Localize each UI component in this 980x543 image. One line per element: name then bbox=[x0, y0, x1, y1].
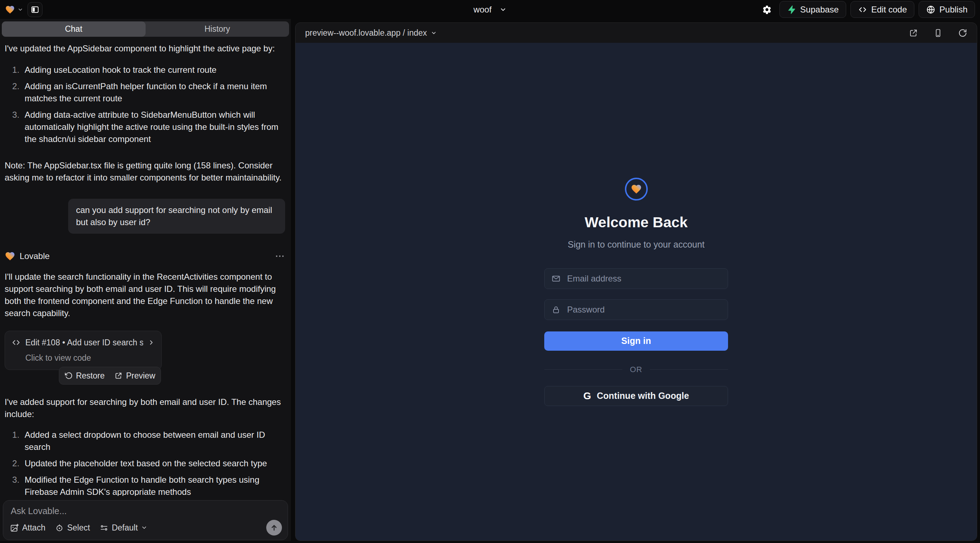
chevron-down-icon bbox=[18, 7, 23, 13]
edit-card-title: Edit #108 • Add user ID search supp... bbox=[25, 337, 143, 349]
login-form: Sign in OR G Continue with Google bbox=[544, 257, 728, 406]
supabase-button[interactable]: Supabase bbox=[780, 1, 846, 18]
email-field[interactable] bbox=[566, 273, 721, 284]
globe-icon bbox=[926, 5, 935, 14]
chevron-down-icon bbox=[141, 524, 147, 531]
user-message-bubble: can you add support for searching not on… bbox=[68, 199, 285, 234]
edit-card-actions: Restore Preview bbox=[59, 367, 161, 384]
toggle-sidebar-button[interactable] bbox=[27, 2, 43, 17]
chevron-right-icon bbox=[148, 339, 155, 346]
preview-label: Preview bbox=[126, 370, 155, 382]
composer: Attach Select Default bbox=[3, 500, 288, 540]
assistant-paragraph: I've added support for searching by both… bbox=[5, 396, 285, 420]
preview-url[interactable]: preview--woof.lovable.app / index bbox=[305, 28, 427, 38]
restore-button[interactable]: Restore bbox=[65, 370, 105, 382]
preview-button[interactable]: Preview bbox=[115, 370, 155, 382]
assistant-header: Lovable bbox=[5, 250, 285, 262]
or-divider: OR bbox=[544, 365, 728, 374]
tab-history[interactable]: History bbox=[146, 21, 290, 37]
envelope-icon bbox=[551, 274, 561, 283]
mobile-view-icon[interactable] bbox=[934, 29, 943, 38]
password-field[interactable] bbox=[566, 304, 721, 315]
publish-label: Publish bbox=[939, 5, 967, 14]
edit-card-subtitle: Click to view code bbox=[25, 352, 155, 364]
assistant-paragraph: I've updated the AppSidebar component to… bbox=[5, 43, 285, 55]
preview-viewport: Welcome Back Sign in to continue to your… bbox=[296, 43, 977, 540]
list-item: Adding data-active attribute to SidebarM… bbox=[22, 109, 285, 145]
chat-history-tabs: Chat History bbox=[2, 21, 289, 37]
assistant-paragraph: I'll update the search functionality in … bbox=[5, 271, 285, 319]
external-link-icon bbox=[115, 372, 123, 379]
chat-panel: Chat History I've updated the AppSidebar… bbox=[0, 19, 291, 541]
lovable-logo-menu[interactable] bbox=[5, 5, 23, 14]
select-label: Select bbox=[67, 523, 90, 533]
arrow-up-icon bbox=[270, 523, 278, 532]
app-logo bbox=[625, 178, 648, 200]
project-name: woof bbox=[474, 5, 492, 14]
continue-with-google-button[interactable]: G Continue with Google bbox=[544, 386, 728, 406]
google-g-icon: G bbox=[583, 390, 591, 402]
supabase-icon bbox=[787, 5, 796, 14]
settings-button[interactable] bbox=[759, 2, 775, 18]
sidebar-panel-icon bbox=[31, 5, 39, 14]
password-field-wrap bbox=[544, 299, 728, 320]
project-switcher[interactable]: woof bbox=[474, 0, 507, 19]
code-brackets-icon bbox=[11, 338, 21, 347]
assistant-name: Lovable bbox=[20, 250, 49, 262]
send-button[interactable] bbox=[266, 520, 282, 535]
edit-card-wrap: Edit #108 • Add user ID search supp... C… bbox=[5, 331, 162, 384]
tab-chat[interactable]: Chat bbox=[2, 21, 146, 37]
edit-card[interactable]: Edit #108 • Add user ID search supp... C… bbox=[5, 331, 162, 370]
refresh-icon[interactable] bbox=[958, 29, 967, 38]
or-label: OR bbox=[630, 365, 643, 374]
publish-button[interactable]: Publish bbox=[919, 1, 975, 18]
list-item: Modified the Edge Function to handle bot… bbox=[22, 474, 285, 496]
heart-icon bbox=[631, 183, 642, 195]
open-in-new-tab-icon[interactable] bbox=[909, 29, 918, 38]
email-field-wrap bbox=[544, 268, 728, 289]
chevron-down-icon[interactable] bbox=[431, 30, 437, 36]
preview-toolbar: preview--woof.lovable.app / index bbox=[296, 23, 977, 43]
message-menu-icon[interactable] bbox=[274, 251, 285, 262]
lovable-heart-icon bbox=[5, 5, 15, 14]
restore-icon bbox=[65, 372, 72, 379]
top-bar: woof Supabase Edit code Publish bbox=[0, 0, 980, 19]
list-item: Adding an isCurrentPath helper function … bbox=[22, 80, 285, 105]
list-item: Added a select dropdown to choose betwee… bbox=[22, 429, 285, 453]
select-button[interactable]: Select bbox=[55, 523, 90, 533]
attach-label: Attach bbox=[22, 523, 45, 533]
sign-in-button[interactable]: Sign in bbox=[544, 332, 728, 351]
preview-panel: preview--woof.lovable.app / index bbox=[295, 22, 977, 541]
attach-button[interactable]: Attach bbox=[10, 523, 45, 533]
assistant-list: Adding useLocation hook to track the cur… bbox=[5, 64, 285, 149]
list-item: Updated the placeholder text based on th… bbox=[22, 457, 285, 470]
sliders-icon bbox=[100, 523, 108, 532]
lovable-heart-icon bbox=[5, 251, 15, 262]
lock-icon bbox=[551, 305, 561, 314]
mode-label: Default bbox=[112, 523, 138, 533]
chat-scroll-area[interactable]: I've updated the AppSidebar component to… bbox=[0, 37, 291, 496]
edit-code-label: Edit code bbox=[871, 5, 907, 14]
list-item: Adding useLocation hook to track the cur… bbox=[22, 64, 285, 76]
image-attach-icon bbox=[10, 523, 19, 532]
supabase-label: Supabase bbox=[800, 5, 839, 14]
restore-label: Restore bbox=[76, 370, 105, 382]
edit-code-button[interactable]: Edit code bbox=[850, 1, 914, 18]
assistant-list: Added a select dropdown to choose betwee… bbox=[5, 429, 285, 496]
target-select-icon bbox=[55, 523, 64, 532]
chevron-down-icon bbox=[499, 6, 506, 13]
page-title: Welcome Back bbox=[585, 214, 688, 231]
code-brackets-icon bbox=[858, 5, 867, 14]
login-card: Welcome Back Sign in to continue to your… bbox=[544, 178, 728, 406]
assistant-note: Note: The AppSidebar.tsx file is getting… bbox=[5, 159, 285, 184]
chat-input[interactable] bbox=[10, 505, 282, 517]
gear-icon bbox=[762, 5, 772, 14]
mode-selector[interactable]: Default bbox=[100, 523, 147, 533]
google-label: Continue with Google bbox=[597, 391, 689, 401]
page-subtitle: Sign in to continue to your account bbox=[568, 240, 705, 250]
